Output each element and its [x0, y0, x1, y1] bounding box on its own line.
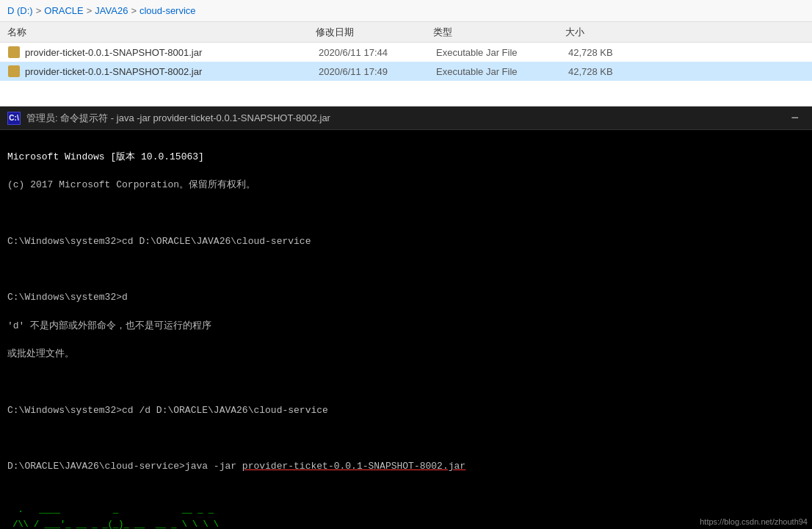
breadcrumb-part-java26[interactable]: JAVA26: [95, 5, 128, 16]
cmd-line-1: Microsoft Windows [版本 10.0.15063]: [7, 151, 805, 165]
cmd-content[interactable]: Microsoft Windows [版本 10.0.15063] (c) 20…: [0, 130, 812, 529]
breadcrumb-part-cloud[interactable]: cloud-service: [139, 5, 196, 16]
cmd-icon: C:\: [7, 112, 21, 125]
spring-logo: . ____ _ __ _ _ /\\ / ___'_ __ _ _(_)_ _…: [7, 505, 235, 529]
file-size-2: 42,728 KB: [568, 66, 656, 77]
col-header-size[interactable]: 大小: [565, 26, 653, 39]
file-type-1: Executable Jar File: [436, 47, 568, 58]
file-type-2: Executable Jar File: [436, 66, 568, 77]
jar-underline: provider-ticket-0.0.1-SNAPSHOT-8002.jar: [242, 461, 465, 472]
file-size-1: 42,728 KB: [568, 47, 656, 58]
cmd-line-blank-1: [7, 206, 805, 220]
file-row[interactable]: provider-ticket-0.0.1-SNAPSHOT-8001.jar …: [0, 43, 812, 62]
breadcrumb-part-d[interactable]: D (D:): [7, 5, 33, 16]
jar-icon-2: [7, 65, 21, 78]
breadcrumb: D (D:) > ORACLE > JAVA26 > cloud-service: [0, 0, 812, 22]
file-row-selected[interactable]: provider-ticket-0.0.1-SNAPSHOT-8002.jar …: [0, 62, 812, 81]
cmd-line-3: C:\Windows\system32>cd D:\ORACLE\JAVA26\…: [7, 235, 805, 249]
file-date-1: 2020/6/11 17:44: [319, 47, 436, 58]
col-header-date[interactable]: 修改日期: [316, 26, 433, 39]
cmd-line-blank-4: [7, 432, 805, 446]
cmd-line-blank-2: [7, 263, 805, 277]
file-name-2: provider-ticket-0.0.1-SNAPSHOT-8002.jar: [25, 66, 319, 77]
cmd-line-7: C:\Windows\system32>cd /d D:\ORACLE\JAVA…: [7, 404, 805, 418]
breadcrumb-sep-3: >: [131, 5, 137, 16]
cmd-title: 管理员: 命令提示符 - java -jar provider-ticket-0…: [26, 112, 785, 125]
breadcrumb-sep-1: >: [36, 5, 42, 16]
cmd-window: C:\ 管理员: 命令提示符 - java -jar provider-tick…: [0, 107, 812, 529]
jar-icon-1: [7, 46, 21, 59]
watermark: https://blog.csdn.net/zhouth94: [695, 516, 812, 528]
cmd-titlebar: C:\ 管理员: 命令提示符 - java -jar provider-tick…: [0, 107, 812, 130]
file-name-1: provider-ticket-0.0.1-SNAPSHOT-8001.jar: [25, 47, 319, 58]
breadcrumb-sep-2: >: [87, 5, 93, 16]
cmd-java-command: D:\ORACLE\JAVA26\cloud-service>java -jar…: [7, 460, 805, 474]
file-date-2: 2020/6/11 17:49: [319, 66, 436, 77]
cmd-line-blank-3: [7, 375, 805, 389]
col-header-type[interactable]: 类型: [433, 26, 565, 39]
col-header-name[interactable]: 名称: [7, 26, 316, 39]
minimize-button[interactable]: −: [785, 110, 805, 126]
cmd-line-6: 或批处理文件。: [7, 348, 805, 361]
cmd-line-4: C:\Windows\system32>d: [7, 291, 805, 305]
file-explorer: D (D:) > ORACLE > JAVA26 > cloud-service…: [0, 0, 812, 107]
breadcrumb-part-oracle[interactable]: ORACLE: [44, 5, 83, 16]
cmd-line-2: (c) 2017 Microsoft Corporation。保留所有权利。: [7, 179, 805, 192]
cmd-line-5: 'd' 不是内部或外部命令，也不是可运行的程序: [7, 320, 805, 334]
column-header: 名称 修改日期 类型 大小: [0, 22, 812, 43]
